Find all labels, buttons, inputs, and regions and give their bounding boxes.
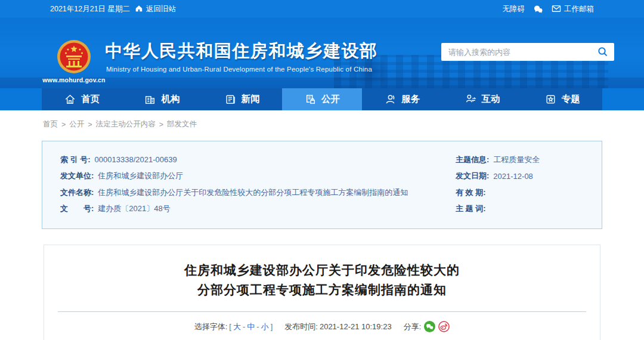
article-card: 住房和城乡建设部办公厅关于印发危险性较大的 分部分项工程专项施工方案编制指南的通… [44,245,600,340]
info-row-issuing-unit: 发文单位: 住房和城乡建设部办公厅 [60,168,430,185]
font-size-small-link[interactable]: 小 [261,322,269,332]
site-title: 中华人民共和国住房和城乡建设部 [105,39,378,63]
national-emblem-logo[interactable] [57,39,91,74]
nav-item-disclosure[interactable]: 公开 [282,88,362,110]
disclosure-icon [304,93,317,106]
article-title-line1: 住房和城乡建设部办公厅关于印发危险性较大的 [44,260,600,280]
info-row-index-number: 索 引 号: 000013338/2021-00639 [60,152,430,168]
font-size-selector: 选择字体: [ 大 - 中 - 小 ] [194,322,273,332]
info-row-validity-period: 有 效 期: [456,184,593,201]
topics-icon [544,93,557,106]
title-divider [58,311,586,312]
accessibility-link[interactable]: 无障碍 [503,4,525,14]
wechat-share-icon[interactable] [424,321,435,332]
service-icon [384,93,397,106]
nav-item-organization[interactable]: 机构 [122,88,202,110]
document-info-left-column: 索 引 号: 000013338/2021-00639 发文单位: 住房和城乡建… [60,152,430,217]
interact-icon [465,93,477,106]
article-meta-bar: 选择字体: [ 大 - 中 - 小 ] 发布时间: 2021-12-21 10:… [44,321,600,332]
font-size-large-link[interactable]: 大 [233,322,241,332]
breadcrumb: 首页 > 公开 > 法定主动公开内容 > 部发文件 [43,119,197,129]
top-utility-bar: 2021年12月21日 星期二 返回旧站 无障碍 [0,0,644,18]
main-nav: 首页 机构 新闻 [42,88,602,110]
info-row-document-name: 文件名称: 住房和城乡建设部办公厅关于印发危险性较大的分部分项工程专项施工方案编… [60,184,430,201]
nav-item-interact[interactable]: 互动 [442,88,522,110]
main-nav-strip: 首页 机构 新闻 [0,88,644,110]
breadcrumb-disclosure[interactable]: 公开 [69,119,84,129]
news-icon [224,93,237,106]
weibo-share-icon[interactable] [438,321,450,332]
home-icon [64,93,76,106]
back-to-old-site-link[interactable]: 返回旧站 [135,4,176,14]
home-icon [135,4,143,14]
breadcrumb-ministry-documents[interactable]: 部发文件 [167,119,197,129]
publish-time: 发布时间: 2021-12-21 10:19:23 [284,322,391,332]
nav-item-news[interactable]: 新闻 [202,88,282,110]
work-mail-link[interactable]: 工作邮箱 [552,4,594,14]
share-bar: 分享: [404,321,450,332]
breadcrumb-home[interactable]: 首页 [43,119,58,129]
search-icon[interactable] [596,45,609,58]
nav-item-service[interactable]: 服务 [362,88,442,110]
article-title-line2: 分部分项工程专项施工方案编制指南的通知 [44,280,600,299]
document-info-right-column: 主题信息: 工程质量安全 发文日期: 2021-12-08 有 效 期: 主 题… [456,152,593,217]
wechat-icon[interactable] [533,5,543,14]
mail-icon [552,4,561,14]
info-row-subject-terms: 主 题 词: [456,201,593,218]
font-size-medium-link[interactable]: 中 [247,322,255,332]
breadcrumb-statutory-content[interactable]: 法定主动公开内容 [96,119,156,129]
site-header: www.mohurd.gov.cn 中华人民共和国住房和城乡建设部 Minist… [0,18,644,88]
search-input[interactable] [448,48,596,57]
document-info-box: 索 引 号: 000013338/2021-00639 发文单位: 住房和城乡建… [42,141,602,229]
info-row-document-number: 文 号: 建办质〔2021〕48号 [60,201,430,218]
organization-icon [144,93,156,106]
search-box [441,43,614,61]
info-row-issue-date: 发文日期: 2021-12-08 [456,168,593,185]
info-row-topic-info: 主题信息: 工程质量安全 [456,152,593,168]
article-title: 住房和城乡建设部办公厅关于印发危险性较大的 分部分项工程专项施工方案编制指南的通… [44,260,600,299]
nav-item-topics[interactable]: 专题 [522,88,602,110]
nav-item-home[interactable]: 首页 [42,88,122,110]
page: 2021年12月21日 星期二 返回旧站 无障碍 [0,0,644,340]
site-subtitle: Ministry of Housing and Urban-Rural Deve… [106,66,372,73]
site-url: www.mohurd.gov.cn [37,76,111,84]
current-date: 2021年12月21日 星期二 [50,4,130,14]
